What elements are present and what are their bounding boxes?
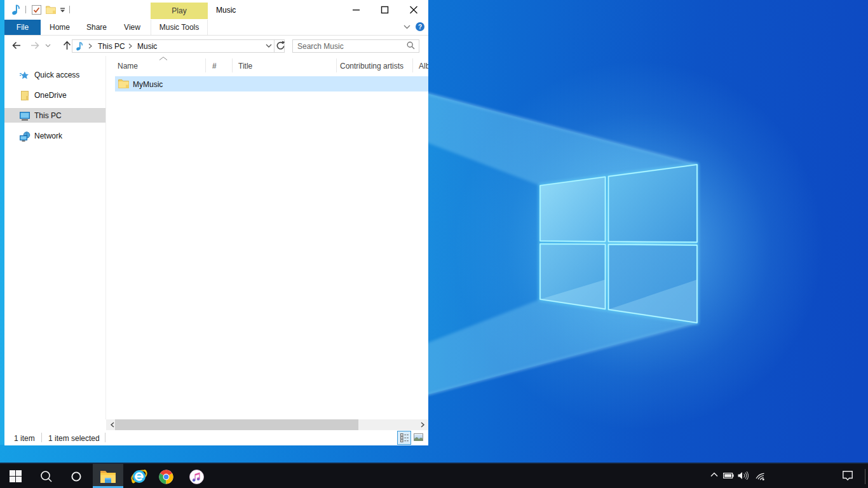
svg-text:?: ?: [418, 24, 422, 30]
